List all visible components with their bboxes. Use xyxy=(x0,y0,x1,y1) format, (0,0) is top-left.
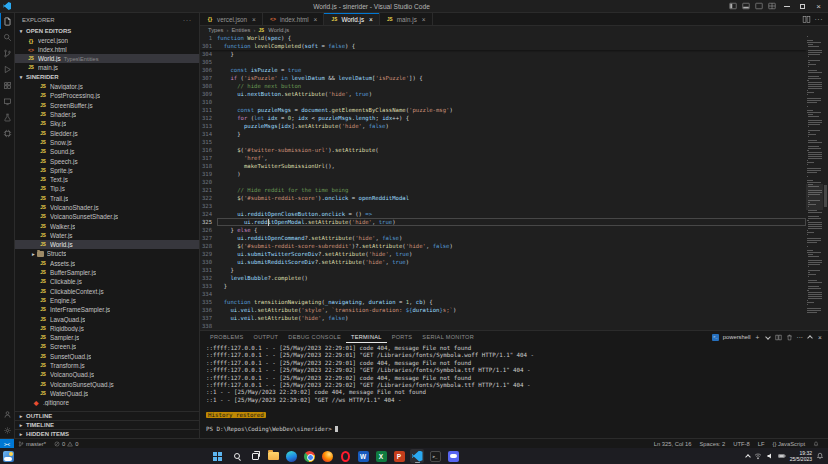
code-line-331[interactable]: 331 } xyxy=(200,266,806,274)
code-line-306[interactable]: 306 const isPuzzle = true xyxy=(200,66,806,74)
breadcrumb-item-Types[interactable]: Types xyxy=(208,27,223,33)
tree-item-Assets.js[interactable]: JSAssets.js xyxy=(15,259,199,268)
close-icon[interactable]: × xyxy=(252,16,256,23)
tree-item-Water.js[interactable]: JSWater.js xyxy=(15,231,199,240)
code-line-311[interactable]: 311 const puzzleMsgs = document.getEleme… xyxy=(200,106,806,114)
code-line-328[interactable]: 328 $('#submit-reddit-score-subreddit')?… xyxy=(200,242,806,250)
open-editors-header[interactable]: ▾ OPEN EDITORS xyxy=(15,26,199,36)
tree-item-VolcanoSunsetShader.js[interactable]: JSVolcanoSunsetShader.js xyxy=(15,212,199,221)
code-line-315[interactable]: 315 xyxy=(200,138,806,146)
tree-item-Rigidbody.js[interactable]: JSRigidbody.js xyxy=(15,324,199,333)
code-line-314[interactable]: 314 } xyxy=(200,130,806,138)
activitybar-run-debug-icon[interactable] xyxy=(0,61,14,77)
code-line-319[interactable]: 319 ) xyxy=(200,170,806,178)
wifi-icon[interactable] xyxy=(754,452,762,460)
code-line-337[interactable]: 337 ui.veil.setAttribute('hide', false) xyxy=(200,314,806,322)
activitybar-explorer-icon[interactable] xyxy=(0,13,14,29)
project-header[interactable]: ▾ SINERIDER xyxy=(15,72,199,82)
panel-tab-debug-console[interactable]: DEBUG CONSOLE xyxy=(283,331,346,343)
code-line-326[interactable]: 326 } else { xyxy=(200,226,806,234)
terminal-profile-dropdown-icon[interactable] xyxy=(765,332,771,342)
minimap-slider[interactable] xyxy=(806,184,823,210)
activitybar-search-icon[interactable] xyxy=(0,29,14,45)
account-icon[interactable] xyxy=(0,406,14,422)
close-panel-icon[interactable]: × xyxy=(817,332,823,342)
statusbar-cursor-position[interactable]: Ln 325, Col 16 xyxy=(650,439,696,448)
code-line-312[interactable]: 312 for (let idx = 0; idx < puzzleMsgs.l… xyxy=(200,114,806,122)
tab-vercel.json[interactable]: {}vercel.json× xyxy=(200,13,263,25)
breadcrumb-item-World.js[interactable]: World.js xyxy=(268,27,289,33)
tree-item-Clickable.js[interactable]: JSClickable.js xyxy=(15,277,199,286)
close-icon[interactable]: × xyxy=(422,16,426,23)
tree-item-Transform.js[interactable]: JSTransform.js xyxy=(15,361,199,370)
code-line-305[interactable]: 305 xyxy=(200,58,806,66)
code-line-330[interactable]: 330 ui.submitRedditScoreDiv?.setAttribut… xyxy=(200,258,806,266)
maximize-panel-icon[interactable] xyxy=(807,332,813,342)
statusbar-indentation[interactable]: Spaces: 2 xyxy=(695,439,729,448)
taskbar-firefox-icon[interactable] xyxy=(320,449,334,463)
tree-item-Sprite.js[interactable]: JSSprite.js xyxy=(15,166,199,175)
sidebar-more-actions-icon[interactable]: ··· xyxy=(183,17,192,23)
notifications-bell-icon[interactable] xyxy=(816,452,824,460)
problems-item[interactable]: 0 0 xyxy=(50,439,82,448)
code-line-335[interactable]: 335 function transitionNavigating(_navig… xyxy=(200,298,806,306)
code-line-329[interactable]: 329 ui.submitTwitterScoreDiv?.setAttribu… xyxy=(200,250,806,258)
tree-item-InterFrameSampler.js[interactable]: JSInterFrameSampler.js xyxy=(15,305,199,314)
statusbar-eol[interactable]: LF xyxy=(754,439,769,448)
volume-icon[interactable] xyxy=(766,452,774,460)
code-line-333[interactable]: 333 } xyxy=(200,282,806,290)
panel-tab-ports[interactable]: PORTS xyxy=(387,331,418,343)
code-line-317[interactable]: 317 'href', xyxy=(200,154,806,162)
terminal-profile-label[interactable]: powershell xyxy=(723,334,751,340)
panel-tab-problems[interactable]: PROBLEMS xyxy=(205,331,249,343)
code-line-325[interactable]: 325 ui.redditOpenModal.setAttribute('hid… xyxy=(200,218,806,226)
tree-item-Sledder.js[interactable]: JSSledder.js xyxy=(15,128,199,137)
kill-terminal-icon[interactable] xyxy=(786,332,793,342)
code-line-324[interactable]: 324 ui.redditOpenCloseButton.onclick = (… xyxy=(200,210,806,218)
sidebar-section-outline[interactable]: ▸OUTLINE xyxy=(15,411,199,420)
tree-item-VolcanoSunsetQuad.js[interactable]: JSVolcanoSunsetQuad.js xyxy=(15,380,199,389)
open-editor-vercel.json[interactable]: {}vercel.json xyxy=(15,36,199,45)
close-icon[interactable]: × xyxy=(369,16,373,23)
code-line-318[interactable]: 318 makeTwitterSubmissionUrl(), xyxy=(200,162,806,170)
code-line-323[interactable]: 323 xyxy=(200,202,806,210)
taskbar-terminal-icon[interactable]: >_ xyxy=(428,449,442,463)
tree-item-ScreenBuffer.js[interactable]: JSScreenBuffer.js xyxy=(15,101,199,110)
tree-item-Text.js[interactable]: JSText.js xyxy=(15,175,199,184)
gear-icon[interactable] xyxy=(0,422,14,438)
activitybar-remote-explorer-icon[interactable] xyxy=(0,93,14,109)
taskbar-edge-icon[interactable] xyxy=(284,449,298,463)
tab-World.js[interactable]: JSWorld.js× xyxy=(324,13,379,25)
panel-tab-serial-monitor[interactable]: SERIAL MONITOR xyxy=(417,331,479,343)
code-line-316[interactable]: 316 $('#twitter-submission-url').setAttr… xyxy=(200,146,806,154)
tray-overflow-icon[interactable] xyxy=(745,454,751,460)
git-branch-item[interactable]: master* xyxy=(14,439,50,448)
open-editor-World.js[interactable]: JSWorld.jsTypes\Entities xyxy=(15,54,199,63)
code-line-310[interactable]: 310 xyxy=(200,98,806,106)
tree-item-Screen.js[interactable]: JSScreen.js xyxy=(15,342,199,351)
panel-tab-terminal[interactable]: TERMINAL xyxy=(346,331,387,343)
maximize-button[interactable] xyxy=(795,0,810,13)
taskbar-word-icon[interactable]: W xyxy=(356,449,370,463)
taskbar-clock[interactable]: 19:32 25/5/2023 xyxy=(790,450,812,462)
code-line-338[interactable]: 338 xyxy=(200,322,806,330)
tab-main.js[interactable]: JSmain.js× xyxy=(380,13,433,25)
tree-item-Navigator.js[interactable]: JSNavigator.js xyxy=(15,82,199,91)
code-line-309[interactable]: 309 ui.nextButton.setAttribute('hide', t… xyxy=(200,90,806,98)
tree-item-Sound.js[interactable]: JSSound.js xyxy=(15,147,199,156)
toggle-secondary-sidebar-icon[interactable] xyxy=(753,0,765,12)
taskbar-chrome-icon[interactable] xyxy=(302,449,316,463)
editor-scrollbar[interactable] xyxy=(823,34,828,330)
tree-item-Engine.js[interactable]: JSEngine.js xyxy=(15,296,199,305)
split-editor-icon[interactable] xyxy=(802,15,811,24)
taskbar-powerpoint-icon[interactable]: P xyxy=(392,449,406,463)
tree-item-Tip.js[interactable]: JSTip.js xyxy=(15,184,199,193)
scrollbar-thumb[interactable] xyxy=(824,185,827,207)
statusbar-encoding[interactable]: UTF-8 xyxy=(729,439,753,448)
tree-item-Sky.js[interactable]: JSSky.js xyxy=(15,119,199,128)
split-terminal-icon[interactable] xyxy=(775,332,782,342)
breadcrumb-item-Entities[interactable]: Entities xyxy=(231,27,250,33)
terminal-more-actions-icon[interactable]: ··· xyxy=(797,332,804,342)
tab-index.html[interactable]: <>index.html× xyxy=(263,13,325,25)
panel-tab-output[interactable]: OUTPUT xyxy=(249,331,284,343)
